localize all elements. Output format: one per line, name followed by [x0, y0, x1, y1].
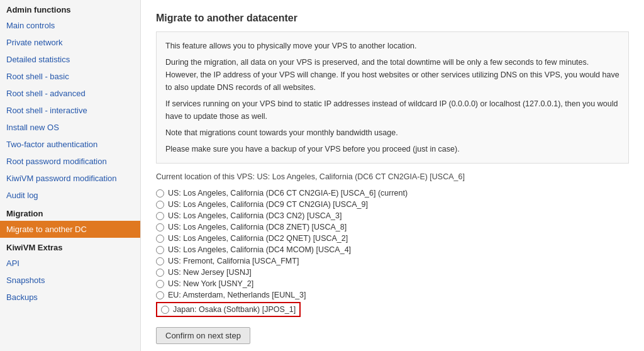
- radio-item-highlighted: Japan: Osaka (Softbank) [JPOS_1]: [156, 302, 301, 317]
- sidebar-item-root-shell-advanced[interactable]: Root shell - advanced: [0, 85, 140, 102]
- radio-usca6[interactable]: [156, 189, 164, 198]
- radio-label-jpos1: Japan: Osaka (Softbank) [JPOS_1]: [173, 305, 296, 314]
- sidebar-item-install-new-os[interactable]: Install new OS: [0, 119, 140, 136]
- sidebar-item-audit-log[interactable]: Audit log: [0, 187, 140, 204]
- info-para-1: This feature allows you to physically mo…: [165, 40, 619, 52]
- page-title: Migrate to another datacenter: [156, 13, 629, 24]
- radio-item-uscafmt: US: Fremont, California [USCA_FMT]: [156, 255, 629, 267]
- radio-item-eunl3: EU: Amsterdam, Netherlands [EUNL_3]: [156, 289, 629, 301]
- sidebar-item-private-network[interactable]: Private network: [0, 34, 140, 51]
- radio-usca2[interactable]: [156, 235, 164, 243]
- radio-item-usca2: US: Los Angeles, California (DC2 QNET) […: [156, 233, 629, 244]
- sidebar-item-two-factor-auth[interactable]: Two-factor authentication: [0, 136, 140, 153]
- radio-list: US: Los Angeles, California (DC6 CT CN2G…: [156, 187, 629, 318]
- radio-label-usca4: US: Los Angeles, California (DC4 MCOM) […: [168, 245, 351, 254]
- radio-label-uscafmt: US: Fremont, California [USCA_FMT]: [168, 257, 299, 265]
- info-para-4: Note that migrations count towards your …: [165, 126, 619, 139]
- radio-usca4[interactable]: [156, 246, 164, 254]
- radio-label-usny2: US: New York [USNY_2]: [168, 279, 253, 288]
- confirm-button[interactable]: Confirm on next step: [156, 327, 250, 344]
- radio-jpos1[interactable]: [161, 306, 169, 314]
- main-content: Migrate to another datacenter This featu…: [141, 0, 644, 351]
- sidebar-item-snapshots[interactable]: Snapshots: [0, 272, 140, 289]
- radio-item-usny2: US: New York [USNY_2]: [156, 278, 629, 289]
- radio-usca9[interactable]: [156, 201, 164, 209]
- radio-usca3[interactable]: [156, 212, 164, 220]
- radio-item-usca4: US: Los Angeles, California (DC4 MCOM) […: [156, 244, 629, 255]
- radio-item-usca8: US: Los Angeles, California (DC8 ZNET) […: [156, 221, 629, 233]
- radio-eunl3[interactable]: [156, 291, 164, 299]
- sidebar: Admin functionsMain controlsPrivate netw…: [0, 0, 141, 351]
- sidebar-item-main-controls[interactable]: Main controls: [0, 17, 140, 34]
- radio-usca8[interactable]: [156, 223, 164, 231]
- radio-uscafmt[interactable]: [156, 257, 164, 265]
- sidebar-item-detailed-statistics[interactable]: Detailed statistics: [0, 51, 140, 68]
- radio-usnj[interactable]: [156, 269, 164, 277]
- radio-item-usca6: US: Los Angeles, California (DC6 CT CN2G…: [156, 187, 629, 199]
- sidebar-item-kiwivm-password-mod[interactable]: KiwiVM password modification: [0, 170, 140, 187]
- sidebar-item-migrate-dc[interactable]: Migrate to another DC: [0, 221, 140, 238]
- sidebar-section-title: KiwiVM Extras: [0, 238, 140, 255]
- radio-item-usca9: US: Los Angeles, California (DC9 CT CN2G…: [156, 199, 629, 210]
- radio-label-usnj: US: New Jersey [USNJ]: [168, 268, 252, 277]
- radio-label-usca8: US: Los Angeles, California (DC8 ZNET) […: [168, 223, 347, 231]
- radio-label-usca3: US: Los Angeles, California (DC3 CN2) [U…: [168, 211, 342, 220]
- current-location: Current location of this VPS: US: Los An…: [156, 172, 629, 181]
- sidebar-item-root-password-mod[interactable]: Root password modification: [0, 153, 140, 170]
- radio-label-usca6: US: Los Angeles, California (DC6 CT CN2G…: [168, 189, 408, 198]
- info-para-2: During the migration, all data on your V…: [165, 56, 619, 94]
- radio-label-eunl3: EU: Amsterdam, Netherlands [EUNL_3]: [168, 291, 306, 299]
- radio-item-usca3: US: Los Angeles, California (DC3 CN2) [U…: [156, 210, 629, 221]
- sidebar-section-title: Migration: [0, 204, 140, 221]
- radio-usny2[interactable]: [156, 280, 164, 288]
- info-para-3: If services running on your VPS bind to …: [165, 98, 619, 123]
- sidebar-item-root-shell-basic[interactable]: Root shell - basic: [0, 68, 140, 85]
- info-para-5: Please make sure you have a backup of yo…: [165, 143, 619, 155]
- radio-label-usca9: US: Los Angeles, California (DC9 CT CN2G…: [168, 200, 368, 209]
- radio-label-usca2: US: Los Angeles, California (DC2 QNET) […: [168, 234, 348, 243]
- sidebar-item-api[interactable]: API: [0, 255, 140, 272]
- sidebar-section-title: Admin functions: [0, 0, 140, 17]
- radio-item-usnj: US: New Jersey [USNJ]: [156, 267, 629, 278]
- sidebar-item-backups[interactable]: Backups: [0, 289, 140, 306]
- info-box: This feature allows you to physically mo…: [156, 31, 629, 164]
- sidebar-item-root-shell-interactive[interactable]: Root shell - interactive: [0, 102, 140, 119]
